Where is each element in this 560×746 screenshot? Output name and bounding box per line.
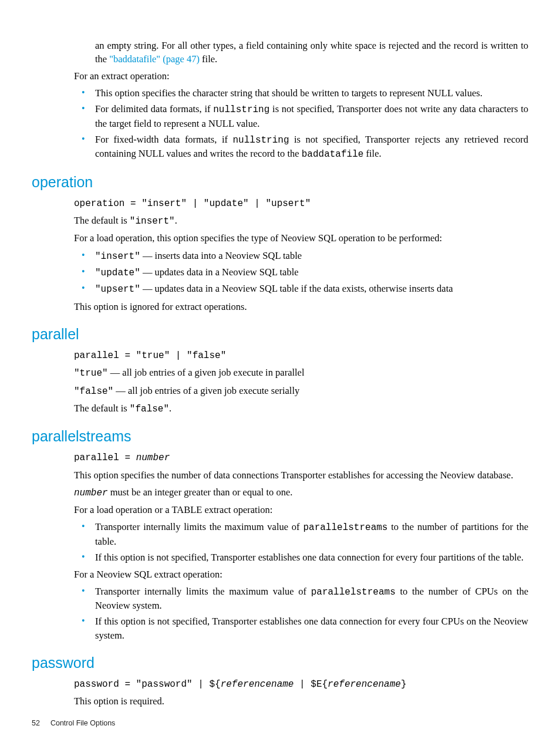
- password-p1: This option is required.: [74, 694, 528, 708]
- text: file.: [200, 53, 217, 65]
- ps-b2: If this option is not specified, Transpo…: [74, 551, 528, 564]
- ps-b4: If this option is not specified, Transpo…: [74, 615, 528, 642]
- text: The default is: [74, 403, 130, 414]
- parallel-p: The default is "false".: [74, 401, 528, 416]
- code-italic: referencename: [328, 679, 401, 690]
- ps-b3: Transporter internally limits the maximu…: [74, 585, 528, 612]
- parallelstreams-syntax: parallel = number: [74, 451, 528, 464]
- code: "upsert": [95, 284, 140, 295]
- text: must be an integer greater than or equal…: [108, 487, 293, 498]
- ps-b1: Transporter internally limits the maximu…: [74, 520, 528, 548]
- code: "update": [95, 268, 140, 278]
- intro-p1: an empty string. For all other types, a …: [95, 39, 528, 66]
- parallel-l1: "true" — all job entries of a given job …: [74, 366, 528, 380]
- intro-b3: For fixed-width data formats, if nullstr…: [74, 133, 528, 161]
- code-italic: number: [74, 488, 108, 498]
- footer-title: Control File Options: [50, 719, 115, 727]
- code: parallelstreams: [303, 522, 387, 533]
- text: For fixed-width data formats, if: [95, 134, 232, 145]
- text: — inserts data into a Neoview SQL table: [140, 250, 302, 261]
- text: file.: [363, 148, 381, 159]
- parallelstreams-bullets2: Transporter internally limits the maximu…: [74, 585, 528, 642]
- text: — updates data in a Neoview SQL table if…: [140, 283, 453, 294]
- page-number: 52: [32, 719, 40, 727]
- text: .: [169, 403, 171, 414]
- code: nullstring: [213, 104, 269, 115]
- operation-b2: "update" — updates data in a Neoview SQL…: [74, 265, 528, 279]
- text: — all job entries of a given job execute…: [108, 367, 305, 378]
- parallelstreams-bullets1: Transporter internally limits the maximu…: [74, 520, 528, 564]
- text: password = "password" | ${: [74, 679, 221, 690]
- operation-syntax: operation = "insert" | "update" | "upser…: [74, 197, 528, 210]
- text: parallel =: [74, 453, 136, 463]
- text: For delimited data formats, if: [95, 103, 213, 114]
- page: an empty string. For all other types, a …: [0, 0, 560, 746]
- heading-parallelstreams: parallelstreams: [32, 426, 528, 447]
- baddatafile-link[interactable]: "baddatafile" (page 47): [109, 53, 200, 65]
- operation-b3: "upsert" — updates data in a Neoview SQL…: [74, 282, 528, 296]
- operation-b1: "insert" — inserts data into a Neoview S…: [74, 249, 528, 263]
- parallel-l2: "false" — all job entries of a given job…: [74, 384, 528, 398]
- parallelstreams-p3: For a load operation or a TABLE extract …: [74, 503, 528, 517]
- text: Transporter internally limits the maximu…: [95, 521, 303, 532]
- intro-b1: This option specifies the character stri…: [74, 86, 528, 100]
- text: — all job entries of a given job execute…: [113, 385, 299, 396]
- code: baddatafile: [302, 149, 364, 160]
- code: "insert": [95, 251, 140, 262]
- operation-bullets: "insert" — inserts data into a Neoview S…: [74, 249, 528, 296]
- page-content: an empty string. For all other types, a …: [32, 39, 528, 708]
- code: nullstring: [232, 135, 289, 146]
- parallelstreams-p1: This option specifies the number of data…: [74, 468, 528, 482]
- intro-b2: For delimited data formats, if nullstrin…: [74, 102, 528, 130]
- text: The default is: [74, 215, 130, 226]
- text: }: [401, 679, 407, 690]
- code: "insert": [130, 216, 175, 227]
- operation-p1: The default is "insert".: [74, 214, 528, 228]
- password-syntax: password = "password" | ${referencename …: [74, 678, 528, 691]
- text: — updates data in a Neoview SQL table: [140, 266, 299, 278]
- page-footer: 52Control File Options: [32, 718, 115, 729]
- operation-p2: For a load operation, this option specif…: [74, 231, 528, 245]
- intro-p2: For an extract operation:: [74, 69, 528, 83]
- intro-bullets: This option specifies the character stri…: [74, 86, 528, 161]
- code-italic: number: [136, 453, 170, 463]
- parallel-syntax: parallel = "true" | "false": [74, 349, 528, 362]
- text: .: [175, 215, 177, 226]
- heading-parallel: parallel: [32, 324, 528, 345]
- parallelstreams-p4: For a Neoview SQL extract operation:: [74, 568, 528, 581]
- heading-password: password: [32, 653, 528, 673]
- text: Transporter internally limits the maximu…: [95, 586, 311, 597]
- code-italic: referencename: [221, 679, 294, 690]
- code: "false": [130, 404, 169, 414]
- code: "false": [74, 386, 113, 397]
- code: "true": [74, 368, 108, 379]
- operation-p3: This option is ignored for extract opera…: [74, 300, 528, 313]
- heading-operation: operation: [32, 172, 528, 193]
- text: | $E{: [294, 679, 328, 690]
- parallelstreams-p2: number must be an integer greater than o…: [74, 485, 528, 499]
- code: parallelstreams: [311, 587, 396, 598]
